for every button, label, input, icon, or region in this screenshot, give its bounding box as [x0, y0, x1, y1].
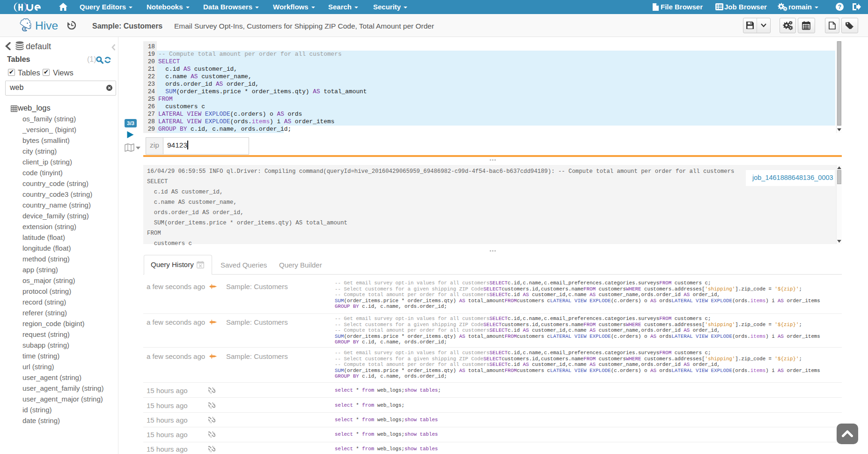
svg-text:?: ?: [838, 4, 841, 10]
